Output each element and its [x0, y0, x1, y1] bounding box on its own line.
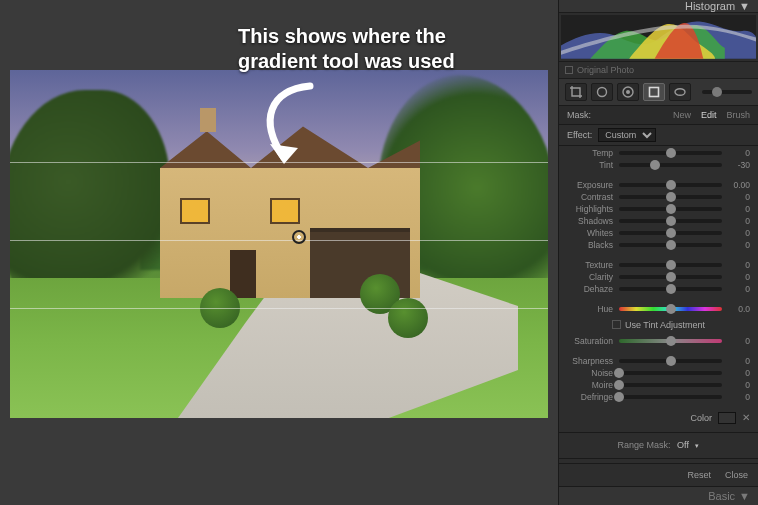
- slider-sharpness[interactable]: Sharpness 0: [567, 356, 750, 366]
- slider-shadows[interactable]: Shadows 0: [567, 216, 750, 226]
- crop-tool[interactable]: [565, 83, 587, 101]
- slider-clarity[interactable]: Clarity 0: [567, 272, 750, 282]
- slider-exposure[interactable]: Exposure 0.00: [567, 180, 750, 190]
- tab-brush[interactable]: Brush: [726, 110, 750, 120]
- histogram-display: [561, 15, 756, 59]
- slider-tint[interactable]: Tint -30: [567, 160, 750, 170]
- effect-label: Effect:: [567, 130, 592, 140]
- color-label: Color: [690, 413, 712, 423]
- redeye-tool[interactable]: [617, 83, 639, 101]
- slider-contrast[interactable]: Contrast 0: [567, 192, 750, 202]
- basic-panel-header[interactable]: Basic ▼: [559, 486, 758, 505]
- color-swatch[interactable]: [718, 412, 736, 424]
- svg-point-4: [675, 88, 685, 95]
- local-tools-toolbar: [559, 79, 758, 106]
- reset-button[interactable]: Reset: [687, 470, 711, 480]
- slider-hue[interactable]: Hue 0.0: [567, 304, 750, 314]
- spot-tool[interactable]: [591, 83, 613, 101]
- radial-tool[interactable]: [669, 83, 691, 101]
- gradient-tool-button[interactable]: [643, 83, 665, 101]
- chevron-down-icon: ▼: [739, 490, 750, 502]
- slider-texture[interactable]: Texture 0: [567, 260, 750, 270]
- gradient-pin[interactable]: [292, 230, 306, 244]
- slider-saturation[interactable]: Saturation 0: [567, 336, 750, 346]
- brush-size-slider[interactable]: [702, 90, 752, 94]
- slider-temp[interactable]: Temp 0: [567, 148, 750, 158]
- checkbox-icon: [565, 66, 573, 74]
- slider-dehaze[interactable]: Dehaze 0: [567, 284, 750, 294]
- annotation-caption: This shows where the gradient tool was u…: [238, 24, 498, 74]
- histogram-label: Histogram: [685, 0, 735, 12]
- tab-edit[interactable]: Edit: [701, 110, 717, 120]
- histogram-header[interactable]: Histogram ▼: [559, 0, 758, 13]
- original-photo-toggle[interactable]: Original Photo: [559, 61, 758, 79]
- chevron-down-icon: ▼: [739, 0, 750, 12]
- slider-highlights[interactable]: Highlights 0: [567, 204, 750, 214]
- close-icon[interactable]: ✕: [742, 412, 750, 423]
- annotation-arrow-icon: [250, 80, 320, 170]
- close-button[interactable]: Close: [725, 470, 748, 480]
- chevron-down-icon: ▾: [695, 442, 699, 449]
- mask-label: Mask:: [567, 110, 591, 120]
- gradient-guide-line[interactable]: [10, 308, 548, 309]
- svg-point-2: [626, 90, 630, 94]
- slider-moire[interactable]: Moire 0: [567, 380, 750, 390]
- tab-new[interactable]: New: [673, 110, 691, 120]
- checkbox-icon: [612, 320, 621, 329]
- svg-rect-3: [650, 87, 659, 96]
- effect-select[interactable]: Custom: [598, 128, 656, 142]
- use-tint-checkbox[interactable]: Use Tint Adjustment: [567, 316, 750, 334]
- slider-blacks[interactable]: Blacks 0: [567, 240, 750, 250]
- slider-defringe[interactable]: Defringe 0: [567, 392, 750, 402]
- slider-noise[interactable]: Noise 0: [567, 368, 750, 378]
- develop-panel: Histogram ▼ Original Photo Mask: New Edi…: [558, 0, 758, 505]
- slider-whites[interactable]: Whites 0: [567, 228, 750, 238]
- svg-point-0: [598, 87, 607, 96]
- gradient-guide-line[interactable]: [10, 240, 548, 241]
- range-mask-row[interactable]: Range Mask: Off ▾: [559, 436, 758, 454]
- original-photo-label: Original Photo: [577, 65, 634, 75]
